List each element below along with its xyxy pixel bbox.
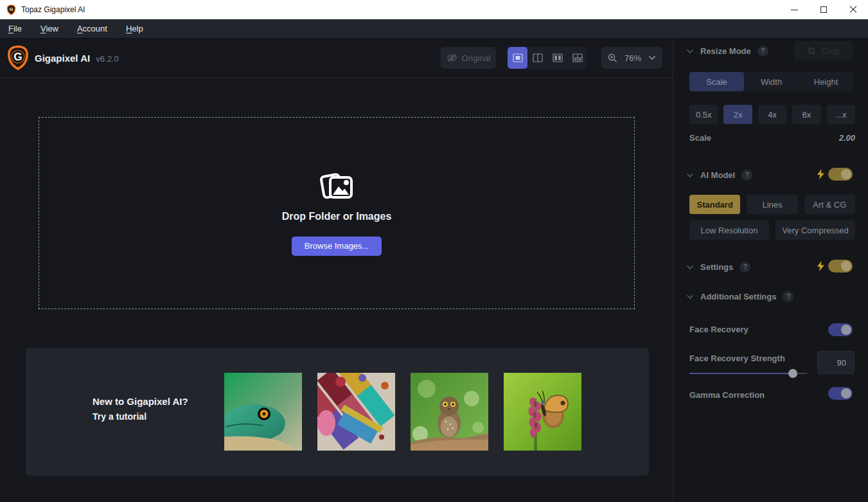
additional-settings-help-icon[interactable]: ? — [783, 291, 793, 302]
scale-value[interactable]: 2.00 — [839, 133, 855, 143]
toggle-knob — [841, 169, 851, 179]
close-button[interactable] — [838, 0, 868, 19]
model-low-resolution-button[interactable]: Low Resolution — [689, 220, 769, 240]
zoom-control[interactable]: 76% — [601, 47, 662, 69]
svg-text:G: G — [13, 51, 22, 64]
auto-bolt-icon — [817, 169, 824, 179]
menu-account[interactable]: Account — [77, 24, 107, 33]
paintbrushes-image — [317, 373, 395, 451]
tab-height[interactable]: Height — [799, 72, 853, 91]
app-version: v6.2.0 — [96, 54, 118, 64]
tutorial-subheading: Try a tutorial — [93, 411, 188, 422]
drop-zone[interactable]: Drop Folder or Images Browse Images... — [39, 117, 635, 309]
quad-view-icon — [572, 53, 583, 62]
view-single-button[interactable] — [508, 47, 527, 69]
eye-slash-icon — [447, 53, 457, 62]
preset-custom[interactable]: ...x — [827, 105, 855, 124]
browse-images-button[interactable]: Browse Images... — [292, 237, 382, 256]
toggle-knob — [841, 261, 851, 271]
app-logo-icon: G — [6, 4, 17, 15]
preset-6x[interactable]: 6x — [792, 105, 820, 124]
tab-width[interactable]: Width — [744, 72, 799, 91]
ai-model-header[interactable]: AI Model ? — [686, 170, 752, 181]
model-art-cg-button[interactable]: Art & CG — [804, 195, 855, 214]
resize-mode-header[interactable]: Resize Mode ? — [686, 46, 768, 57]
tutorial-thumbnail-lizard[interactable] — [224, 373, 302, 451]
menu-help[interactable]: Help — [126, 24, 143, 33]
crop-icon — [807, 46, 816, 55]
face-recovery-strength-slider[interactable] — [689, 369, 807, 378]
view-mode-group — [508, 47, 587, 69]
ai-model-auto-toggle[interactable] — [828, 168, 853, 181]
ai-model-title: AI Model — [700, 170, 735, 180]
gamma-correction-label: Gamma Correction — [689, 390, 765, 400]
face-recovery-strength-row: Face Recovery Strength — [689, 352, 785, 364]
crop-label: Crop — [821, 46, 839, 56]
view-side-by-side-button[interactable] — [547, 47, 567, 69]
app-name: Gigapixel AI v6.2.0 — [35, 53, 119, 64]
tutorial-thumbnail-butterfly[interactable] — [504, 373, 581, 451]
minimize-button[interactable] — [779, 0, 809, 19]
gigapixel-logo-icon: G — [6, 45, 30, 71]
resize-tabs: Scale Width Height — [689, 72, 853, 91]
additional-settings-header[interactable]: Additional Settings ? — [686, 291, 793, 302]
menu-file[interactable]: File — [8, 24, 22, 33]
title-bar: G Topaz Gigapixel AI — [0, 0, 868, 19]
settings-help-icon[interactable]: ? — [740, 262, 750, 273]
tutorial-text: New to Gigapixel AI? Try a tutorial — [93, 396, 188, 422]
split-view-icon — [533, 53, 543, 62]
preset-2x[interactable]: 2x — [723, 105, 752, 124]
slider-fill — [689, 373, 793, 374]
model-standard-button[interactable]: Standard — [689, 195, 740, 214]
scale-value-row: Scale 2.00 — [689, 133, 855, 143]
toggle-knob — [841, 325, 851, 335]
maximize-button[interactable] — [809, 0, 838, 19]
maximize-icon — [820, 6, 827, 13]
settings-header[interactable]: Settings ? — [686, 262, 750, 273]
single-view-icon — [513, 53, 523, 62]
gamma-correction-toggle[interactable] — [828, 387, 853, 400]
ai-model-help-icon[interactable]: ? — [741, 170, 752, 181]
original-label: Original — [462, 53, 491, 63]
tutorial-thumbnails — [224, 373, 581, 451]
side-by-side-view-icon — [553, 53, 563, 62]
model-very-compressed-button[interactable]: Very Compressed — [775, 220, 855, 240]
owl-image — [411, 373, 488, 451]
chevron-down-icon — [648, 55, 656, 60]
original-preview-button[interactable]: Original — [441, 47, 496, 69]
tab-scale[interactable]: Scale — [689, 72, 744, 91]
chevron-down-icon — [686, 173, 694, 178]
window-title: Topaz Gigapixel AI — [21, 5, 85, 14]
preset-4x[interactable]: 4x — [758, 105, 786, 124]
main-header: G Gigapixel AI v6.2.0 Original — [0, 39, 673, 78]
slider-thumb[interactable] — [788, 369, 797, 378]
butterfly-image — [504, 373, 581, 451]
view-quad-button[interactable] — [567, 47, 587, 69]
app-window: G Topaz Gigapixel AI File View Account H… — [0, 0, 868, 502]
view-split-button[interactable] — [527, 47, 547, 69]
resize-mode-help-icon[interactable]: ? — [757, 46, 768, 57]
chevron-down-icon — [686, 265, 694, 270]
tutorial-thumbnail-owl[interactable] — [411, 373, 488, 451]
face-recovery-strength-input[interactable] — [817, 351, 855, 374]
settings-auto-toggle[interactable] — [828, 260, 853, 273]
preset-0-5x[interactable]: 0.5x — [689, 105, 718, 124]
ai-model-row-2: Low Resolution Very Compressed — [689, 220, 855, 240]
face-recovery-toggle[interactable] — [828, 323, 853, 336]
main-area: G Gigapixel AI v6.2.0 Original — [0, 39, 673, 502]
settings-sidebar: Resize Mode ? Crop Scale Width Height 0.… — [673, 39, 868, 502]
close-icon — [849, 6, 857, 13]
tutorial-heading: New to Gigapixel AI? — [93, 396, 188, 407]
tutorial-thumbnail-paintbrushes[interactable] — [317, 373, 395, 451]
drop-zone-title: Drop Folder or Images — [282, 211, 392, 222]
minimize-icon — [791, 10, 798, 10]
face-recovery-label: Face Recovery — [689, 325, 748, 334]
tutorial-panel: New to Gigapixel AI? Try a tutorial — [26, 348, 649, 476]
lizard-image — [224, 373, 302, 451]
zoom-value: 76% — [624, 53, 641, 63]
menu-view[interactable]: View — [40, 24, 58, 33]
menu-bar: File View Account Help — [0, 19, 868, 39]
model-lines-button[interactable]: Lines — [747, 195, 797, 214]
crop-button[interactable]: Crop — [794, 41, 853, 60]
images-stack-icon — [319, 171, 354, 202]
